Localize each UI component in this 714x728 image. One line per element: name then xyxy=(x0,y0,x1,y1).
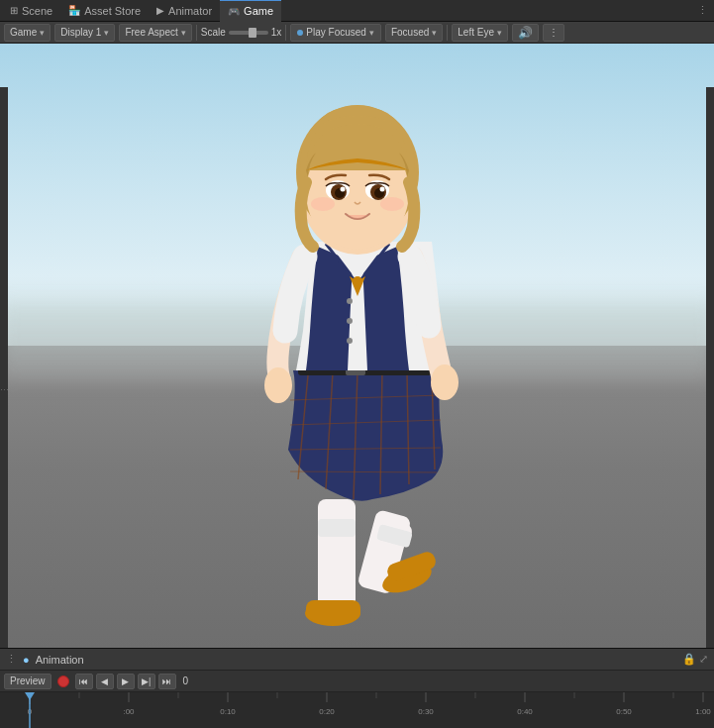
tab-animator-label: Animator xyxy=(168,5,212,17)
svg-text:0:50: 0:50 xyxy=(616,707,632,716)
svg-rect-7 xyxy=(318,519,356,537)
toolbar-separator-2 xyxy=(285,25,286,41)
game-viewport: ⋮ xyxy=(0,44,714,648)
svg-marker-65 xyxy=(25,692,35,700)
scale-group: Scale 1x xyxy=(201,27,282,38)
svg-text::00: :00 xyxy=(123,707,135,716)
svg-point-40 xyxy=(347,338,353,344)
toolbar-separator-3 xyxy=(447,25,448,41)
play-focused-label: Play Focused xyxy=(306,27,366,38)
display-chevron-icon: ▾ xyxy=(104,28,109,38)
tab-bar: ⊞ Scene 🏪 Asset Store ▶ Animator 🎮 Game … xyxy=(0,0,714,22)
scene-icon: ⊞ xyxy=(10,5,18,16)
skip-forward-button[interactable]: ⏭ xyxy=(158,674,176,689)
aspect-chevron-icon: ▾ xyxy=(181,28,186,38)
audio-icon: 🔊 xyxy=(518,26,533,40)
focused-chevron-icon: ▾ xyxy=(432,28,437,38)
focused-indicator[interactable]: Focused ▾ xyxy=(385,24,443,42)
character-container xyxy=(199,83,516,648)
scale-value: 1x xyxy=(271,27,282,38)
record-icon xyxy=(57,676,69,687)
toolbar-more-button[interactable]: ⋮ xyxy=(543,24,564,42)
play-button[interactable]: ▶ xyxy=(117,674,135,689)
game-icon: 🎮 xyxy=(228,6,240,17)
character-svg xyxy=(199,83,516,648)
preview-label: Preview xyxy=(10,676,46,686)
tab-game-label: Game xyxy=(244,5,273,17)
step-back-icon: ◀ xyxy=(101,676,108,686)
scale-label: Scale xyxy=(201,27,226,38)
svg-text:1:00: 1:00 xyxy=(695,707,711,716)
step-back-button[interactable]: ◀ xyxy=(96,674,114,689)
focused-label: Focused xyxy=(391,27,429,38)
svg-point-21 xyxy=(353,276,362,286)
anim-lock-icon[interactable]: 🔒 ⤢ xyxy=(682,653,708,666)
svg-point-36 xyxy=(311,197,335,211)
audio-button[interactable]: 🔊 xyxy=(512,24,539,42)
tab-game[interactable]: 🎮 Game xyxy=(220,0,281,22)
toolbar-separator-1 xyxy=(196,25,197,41)
eye-dropdown[interactable]: Left Eye ▾ xyxy=(452,24,508,42)
game-dropdown[interactable]: Game ▾ xyxy=(4,24,51,42)
play-dot-icon xyxy=(297,30,303,36)
animation-panel: ⋮ ● Animation 🔒 ⤢ Preview ⏮ ◀ ▶ ▶| ⏭ 0 xyxy=(0,648,714,728)
eye-label: Left Eye xyxy=(458,27,494,38)
svg-point-38 xyxy=(347,298,353,304)
svg-point-37 xyxy=(380,197,404,211)
eye-chevron-icon: ▾ xyxy=(497,28,502,38)
record-button[interactable] xyxy=(54,674,72,689)
svg-point-39 xyxy=(347,318,353,324)
scale-slider[interactable] xyxy=(229,31,268,35)
tab-more-button[interactable]: ⋮ xyxy=(691,4,714,17)
asset-store-icon: 🏪 xyxy=(68,5,80,16)
timeline-ruler-svg: 0 :00 0:10 0:20 0:30 0:40 0:50 1:00 xyxy=(0,692,714,728)
animation-toolbar: Preview ⏮ ◀ ▶ ▶| ⏭ 0 xyxy=(0,671,714,692)
play-icon: ▶ xyxy=(122,676,129,686)
svg-point-22 xyxy=(264,367,292,403)
svg-point-35 xyxy=(379,187,384,192)
animation-title: Animation xyxy=(36,654,84,666)
animation-header: ⋮ ● Animation 🔒 ⤢ xyxy=(0,649,714,671)
svg-text:0:30: 0:30 xyxy=(418,707,434,716)
game-label: Game xyxy=(10,27,37,38)
preview-button[interactable]: Preview xyxy=(4,674,51,689)
step-forward-icon: ▶| xyxy=(142,676,151,686)
tab-scene[interactable]: ⊞ Scene xyxy=(2,0,60,22)
svg-point-34 xyxy=(340,187,345,192)
tab-animator[interactable]: ▶ Animator xyxy=(149,0,220,22)
animator-icon: ▶ xyxy=(156,5,164,16)
svg-rect-4 xyxy=(306,600,360,620)
left-strip: ⋮ xyxy=(0,87,8,648)
anim-menu-icon[interactable]: ⋮ xyxy=(6,653,17,666)
animation-timeline[interactable]: 0 :00 0:10 0:20 0:30 0:40 0:50 1:00 xyxy=(0,692,714,728)
svg-text:0:40: 0:40 xyxy=(517,707,533,716)
tab-asset-store-label: Asset Store xyxy=(84,5,141,17)
scale-slider-thumb xyxy=(249,28,256,38)
svg-text:0:10: 0:10 xyxy=(220,707,236,716)
play-focused-dropdown[interactable]: Play Focused ▾ xyxy=(290,24,381,42)
tab-scene-label: Scene xyxy=(22,5,52,17)
display-label: Display 1 xyxy=(60,27,101,38)
skip-back-button[interactable]: ⏮ xyxy=(75,674,93,689)
skip-forward-icon: ⏭ xyxy=(162,676,171,686)
timecode-display: 0 xyxy=(179,676,209,686)
svg-point-23 xyxy=(431,364,459,400)
display-dropdown[interactable]: Display 1 ▾ xyxy=(54,24,115,42)
game-toolbar: Game ▾ Display 1 ▾ Free Aspect ▾ Scale 1… xyxy=(0,22,714,44)
svg-text:0:20: 0:20 xyxy=(319,707,335,716)
step-forward-button[interactable]: ▶| xyxy=(138,674,155,689)
svg-rect-0 xyxy=(318,499,356,608)
toolbar-more-icon: ⋮ xyxy=(549,27,559,38)
aspect-label: Free Aspect xyxy=(125,27,177,38)
tab-asset-store[interactable]: 🏪 Asset Store xyxy=(60,0,149,22)
skip-back-icon: ⏮ xyxy=(79,676,88,686)
aspect-dropdown[interactable]: Free Aspect ▾ xyxy=(119,24,191,42)
anim-indicator-icon: ● xyxy=(23,654,30,666)
play-focused-chevron-icon: ▾ xyxy=(369,28,374,38)
game-chevron-icon: ▾ xyxy=(40,28,45,38)
right-scrollbar[interactable] xyxy=(706,87,714,648)
